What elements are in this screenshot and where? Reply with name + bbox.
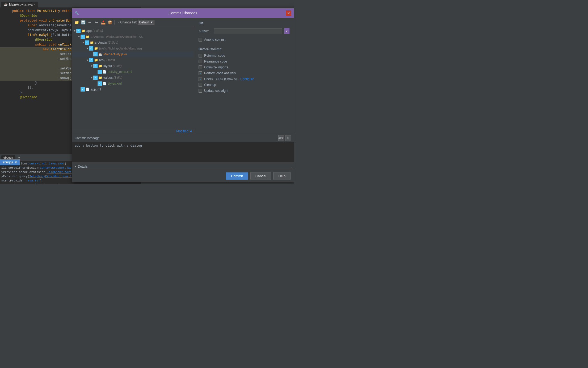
author-row: Author: ▼ [199, 28, 289, 34]
tree-check-srcmain[interactable]: ✓ [85, 40, 89, 45]
amend-commit-row: Amend commit [199, 38, 289, 42]
commit-message-section: Commit Message ABC ⊕ add a button to cli… [72, 134, 294, 170]
author-dropdown-btn[interactable]: ▼ [284, 28, 289, 34]
tree-item-app-iml[interactable]: ✓ 📄 app.iml [72, 86, 194, 92]
tree-count-layout: (1 file) [113, 64, 121, 68]
dialog-icon: 🔧 [75, 11, 80, 15]
tree-item-mainactivity[interactable]: ✓ ☕ MainActivity.java [72, 51, 194, 57]
resize-handle[interactable]: ⋱ [291, 167, 294, 169]
tree-check-app-iml[interactable]: ✓ [81, 87, 85, 92]
add-icon-btn[interactable]: ⊕ [285, 135, 291, 141]
tab-close-btn[interactable]: × [34, 3, 35, 6]
checktodo-checkbox[interactable]: ✓ [199, 77, 202, 81]
amend-commit-label: Amend commit [204, 38, 225, 42]
tree-check-workspace[interactable]: ✓ [81, 35, 85, 39]
tree-arrow-srcmain: ▼ [82, 40, 85, 45]
tree-check-app[interactable]: ✓ [76, 29, 81, 33]
commit-button[interactable]: Commit [226, 172, 248, 180]
toolbar-separator [114, 20, 115, 25]
modified-text[interactable]: Modified: 4 [176, 129, 192, 133]
reformat-checkbox[interactable] [199, 54, 202, 57]
spellcheck-icon-btn[interactable]: ABC [278, 135, 284, 141]
java-file-icon: ☕ [98, 52, 103, 57]
rearrange-label: Rearrange code [204, 60, 227, 63]
tree-name-activity-xml: activity_main.xml [108, 69, 132, 74]
tree-check-values[interactable]: ✓ [93, 76, 98, 80]
dialog-titlebar: 🔧 Commit Changes ✕ [72, 8, 294, 18]
checktodo-label: Check TODO (Show All) [204, 77, 238, 81]
tree-item-java[interactable]: ▼ ✓ 📁 java\cn\bvin\app\androidtest_asg [72, 46, 194, 51]
tree-item-layout[interactable]: ▼ ✓ 📁 layout (1 file) [72, 63, 194, 69]
bottom-tab-dropdown[interactable]: ▼ [17, 155, 22, 160]
log-link[interactable]: ContextImpl.java:1801 [28, 162, 65, 165]
toolbar-btn-upload[interactable]: 📤 [100, 19, 106, 25]
bottom-tab-debug[interactable]: ebugga [1, 155, 15, 160]
tree-check-activity-xml[interactable]: ✓ [98, 70, 102, 74]
tree-check-styles-xml[interactable]: ✓ [98, 81, 102, 86]
log-link[interactable]: java:857 [26, 179, 40, 182]
tree-arrow-java: ▼ [86, 46, 89, 51]
dialog-actions: Commit Cancel Help [72, 170, 294, 182]
details-bar[interactable]: ▼ Details [72, 163, 294, 170]
changelist-dropdown[interactable]: Default ▼ [138, 20, 154, 25]
tree-count-values: (1 file) [114, 75, 122, 80]
tree-check-java[interactable]: ✓ [89, 46, 93, 51]
help-button[interactable]: Help [273, 172, 291, 180]
tree-check-mainactivity[interactable]: ✓ [93, 52, 98, 56]
rearrange-checkbox[interactable] [199, 60, 202, 63]
tree-name-app: app [86, 28, 92, 33]
tree-arrow-values: ▼ [90, 75, 93, 80]
reformat-label: Reformat code [204, 54, 225, 57]
commit-msg-header: Commit Message ABC ⊕ [72, 134, 294, 142]
author-input[interactable] [214, 28, 282, 34]
dialog-close-button[interactable]: ✕ [286, 10, 291, 16]
xml-file-icon: 📄 [103, 69, 107, 74]
tree-arrow-workspace: ▼ [77, 34, 81, 39]
commit-msg-icons: ABC ⊕ [278, 135, 291, 141]
tree-item-styles-xml[interactable]: ✓ 📄 styles.xml [72, 81, 194, 86]
cleanup-label: Cleanup [204, 83, 216, 87]
spacer [199, 44, 289, 47]
folder-icon: 📁 [86, 34, 90, 39]
tree-item-app[interactable]: ▼ ✓ 📁 app (4 files) [72, 28, 194, 34]
optimize-row: Optimize imports [199, 65, 289, 69]
tree-name-res: res [99, 58, 104, 63]
tree-item-res[interactable]: ▼ ✓ 📁 res (2 files) [72, 57, 194, 63]
tree-name-workspace: E:\Android_WorkSpace\AndroidTest_AS [91, 34, 143, 39]
toolbar-btn-redo[interactable]: ↪ [94, 19, 99, 25]
toolbar-btn-refresh[interactable]: 🔄 [80, 19, 86, 25]
log-link[interactable]: TelephonyProvider.java:1258 [30, 175, 77, 178]
tree-name-mainactivity: MainActivity.java [103, 52, 127, 57]
toolbar-btn-undo[interactable]: ↩ [87, 19, 93, 25]
cancel-button[interactable]: Cancel [250, 172, 271, 180]
log-link[interactable]: ContentProvider.java:200 [15, 183, 57, 184]
changelist-value: Default [139, 20, 149, 24]
commit-message-textarea[interactable]: add a button to click with a dialog [72, 142, 294, 162]
xml-file-icon: 📄 [103, 81, 107, 86]
cleanup-checkbox[interactable] [199, 83, 202, 87]
tree-item-workspace[interactable]: ▼ ✓ 📁 E:\Android_WorkSpace\AndroidTest_A… [72, 34, 194, 40]
before-commit-label: Before Commit [199, 47, 289, 51]
perform-checkbox[interactable]: ✓ [199, 71, 202, 75]
configure-link[interactable]: Configure [240, 77, 254, 81]
tree-item-values[interactable]: ▼ ✓ 📁 values (1 file) [72, 75, 194, 81]
commit-changes-dialog: 🔧 Commit Changes ✕ 📁 🔄 ↩ ↪ 📤 📦 » Change … [72, 8, 294, 182]
toolbar-btn-folder[interactable]: 📁 [74, 19, 79, 25]
amend-commit-checkbox[interactable] [199, 38, 202, 42]
tree-name-values: values [103, 75, 113, 80]
tab-bar: ☕ MainActivity.java × [0, 0, 141, 7]
tree-check-res[interactable]: ✓ [89, 58, 93, 62]
tab-mainactivity[interactable]: ☕ MainActivity.java × [1, 2, 38, 7]
copyright-checkbox[interactable] [199, 89, 202, 93]
tree-name-layout: layout [103, 64, 112, 68]
tree-item-activity-xml[interactable]: ✓ 📄 activity_main.xml [72, 69, 194, 75]
debug-dropdown[interactable]: ebugga ▼ [0, 159, 20, 165]
folder-icon: 📁 [94, 58, 98, 63]
toolbar-btn-package[interactable]: 📦 [107, 19, 113, 25]
perform-row: ✓ Perform code analysis [199, 71, 289, 75]
tree-item-srcmain[interactable]: ▼ ✓ 📁 src\main (3 files) [72, 40, 194, 46]
debug-dropdown-arrow: ▼ [14, 160, 18, 164]
options-panel: Git Author: ▼ Amend commit Before Commit [194, 18, 294, 134]
tree-check-layout[interactable]: ✓ [93, 64, 98, 68]
optimize-checkbox[interactable] [199, 65, 202, 69]
